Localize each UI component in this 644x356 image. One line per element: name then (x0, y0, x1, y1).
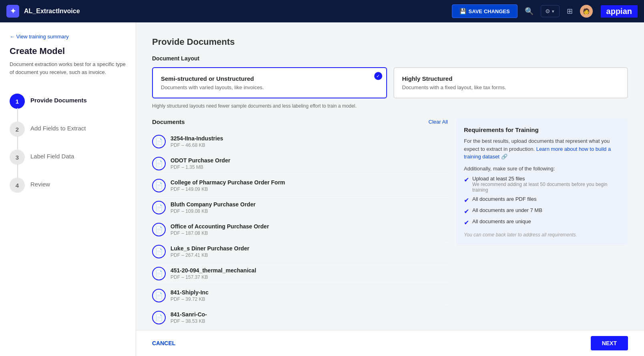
step-4-number: 4 (10, 178, 25, 193)
gear-chevron-icon: ▼ (551, 9, 555, 14)
doc-meta: PDF – 46.68 KB (171, 142, 223, 148)
doc-name: College of Pharmacy Purchase Order Form (171, 179, 285, 186)
app-logo-icon: ✦ (6, 5, 19, 18)
doc-item[interactable]: 📄 451-20-094_thermal_mechanical PDF – 15… (152, 263, 448, 285)
selected-check-icon: ✓ (374, 72, 382, 80)
doc-meta: PDF – 39.72 KB (171, 296, 209, 302)
clear-all-button[interactable]: Clear All (429, 119, 448, 125)
next-button[interactable]: NEXT (591, 336, 628, 350)
layout-card-semi-structured[interactable]: ✓ Semi-structured or Unstructured Docume… (152, 67, 387, 98)
doc-meta: PDF – 1.35 MB (171, 164, 230, 170)
doc-file-icon: 📄 (152, 289, 166, 302)
doc-item[interactable]: 📄 841-Sanri-Co- PDF – 38.53 KB (152, 307, 448, 329)
doc-file-icon: 📄 (152, 157, 166, 170)
doc-item[interactable]: 📄 College of Pharmacy Purchase Order For… (152, 175, 448, 197)
appian-brand-logo: appian (601, 5, 638, 18)
requirement-item-4: ✔ All documents are unique (464, 218, 620, 226)
doc-name: Office of Accounting Purchase Order (171, 223, 269, 230)
top-navigation: ✦ AL_ExtractInvoice SAVE CHANGES 🔍 ⚙ ▼ ⊞… (0, 0, 644, 22)
requirement-item-1: ✔ Upload at least 25 files We recommend … (464, 176, 620, 193)
check-icon-3: ✔ (464, 208, 469, 215)
requirements-title: Requirements for Training (464, 126, 620, 133)
step-3-label: Label Field Data (30, 150, 74, 160)
doc-item[interactable]: 📄 Office of Accounting Purchase Order PD… (152, 219, 448, 241)
layout-hint-text: Highly structured layouts need fewer sam… (152, 103, 628, 109)
req-text-1: Upload at least 25 files (472, 176, 620, 182)
doc-meta: PDF – 157.37 KB (171, 274, 256, 280)
doc-name: Bluth Company Purchase Order (171, 201, 255, 208)
step-2-number: 2 (10, 122, 25, 137)
check-icon-4: ✔ (464, 219, 469, 226)
check-icon-2: ✔ (464, 196, 469, 204)
doc-meta: PDF – 38.53 KB (171, 318, 207, 324)
document-items-list: 📄 3254-IIna-Industries PDF – 46.68 KB 📄 … (152, 131, 448, 330)
doc-name: Luke_s Diner Purchase Order (171, 245, 249, 252)
section-title: Provide Documents (152, 37, 628, 47)
req-text-4: All documents are unique (472, 218, 531, 224)
step-4-label: Review (30, 178, 50, 188)
check-icon-1: ✔ (464, 176, 469, 184)
req-sub-1: We recommend adding at least 50 document… (472, 182, 620, 193)
doc-item[interactable]: 📄 ODOT Purchase Order PDF – 1.35 MB (152, 153, 448, 175)
highly-structured-desc: Documents with a fixed layout, like tax … (402, 84, 620, 90)
doc-file-icon: 📄 (152, 267, 166, 280)
doc-name: ODOT Purchase Order (171, 157, 230, 164)
doc-list-header: Documents Clear All (152, 118, 448, 125)
step-1-label: Provide Documents (30, 94, 87, 104)
requirements-subheading: Additionally, make sure of the following… (464, 166, 620, 172)
highly-structured-title: Highly Structured (402, 75, 620, 82)
doc-meta: PDF – 149.09 KB (171, 186, 285, 192)
semi-structured-desc: Documents with varied layouts, like invo… (161, 84, 378, 90)
doc-item[interactable]: 📄 Bluth Company Purchase Order PDF – 109… (152, 197, 448, 219)
grid-icon-button[interactable]: ⊞ (564, 4, 575, 18)
step-3-number: 3 (10, 150, 25, 165)
doc-name: 841-Shiply-Inc (171, 289, 209, 296)
document-layout-label: Document Layout (152, 55, 628, 62)
doc-file-icon: 📄 (152, 223, 166, 236)
bottom-action-bar: CANCEL NEXT (136, 330, 644, 356)
step-1[interactable]: 1 Provide Documents (10, 87, 126, 115)
requirement-item-3: ✔ All documents are under 7 MB (464, 207, 620, 215)
doc-item[interactable]: 📄 841-Shiply-Inc PDF – 39.72 KB (152, 285, 448, 307)
app-title: AL_ExtractInvoice (24, 8, 447, 15)
user-avatar[interactable]: 🧑 (580, 5, 593, 18)
doc-file-icon: 📄 (152, 311, 166, 324)
create-model-description: Document extraction works best for a spe… (10, 60, 126, 76)
doc-item[interactable]: 📄 3254-IIna-Industries PDF – 46.68 KB (152, 131, 448, 153)
back-to-training-link[interactable]: ← View training summary (10, 34, 126, 40)
doc-meta: PDF – 187.08 KB (171, 230, 269, 236)
step-2-label: Add Fields to Extract (30, 122, 86, 132)
step-3[interactable]: 3 Label Field Data (10, 143, 126, 171)
doc-file-icon: 📄 (152, 179, 166, 192)
main-layout: ← View training summary Create Model Doc… (0, 22, 644, 356)
requirements-description: For the best results, upload documents t… (464, 137, 620, 161)
main-content: Provide Documents Document Layout ✓ Semi… (136, 22, 644, 330)
gear-icon: ⚙ (545, 8, 550, 14)
doc-item[interactable]: 📄 Luke_s Diner Purchase Order PDF – 267.… (152, 241, 448, 263)
requirements-panel: Requirements for Training For the best r… (456, 118, 628, 246)
create-model-title: Create Model (10, 46, 126, 56)
document-list-panel: Documents Clear All 📄 3254-IIna-Industri… (152, 118, 448, 330)
step-1-number: 1 (10, 94, 25, 109)
documents-label: Documents (152, 118, 185, 125)
requirements-footer: You can come back later to address all r… (464, 232, 620, 238)
layout-card-highly-structured[interactable]: Highly Structured Documents with a fixed… (393, 67, 628, 98)
external-link-icon: 🔗 (501, 154, 508, 160)
req-text-3: All documents are under 7 MB (472, 207, 542, 213)
req-text-2: All documents are PDF files (472, 196, 536, 202)
semi-structured-title: Semi-structured or Unstructured (161, 75, 378, 82)
doc-name: 3254-IIna-Industries (171, 135, 223, 142)
doc-file-icon: 📄 (152, 201, 166, 214)
save-changes-button[interactable]: SAVE CHANGES (452, 4, 518, 18)
layout-cards-container: ✓ Semi-structured or Unstructured Docume… (152, 67, 628, 98)
sidebar: ← View training summary Create Model Doc… (0, 22, 136, 356)
documents-area: Documents Clear All 📄 3254-IIna-Industri… (152, 118, 628, 330)
gear-settings-button[interactable]: ⚙ ▼ (541, 5, 560, 17)
step-2[interactable]: 2 Add Fields to Extract (10, 115, 126, 143)
doc-meta: PDF – 267.41 KB (171, 252, 249, 258)
step-4[interactable]: 4 Review (10, 171, 126, 199)
search-icon-button[interactable]: 🔍 (522, 4, 536, 18)
cancel-button[interactable]: CANCEL (152, 340, 175, 346)
steps-list: 1 Provide Documents 2 Add Fields to Extr… (10, 87, 126, 199)
doc-file-icon: 📄 (152, 245, 166, 258)
